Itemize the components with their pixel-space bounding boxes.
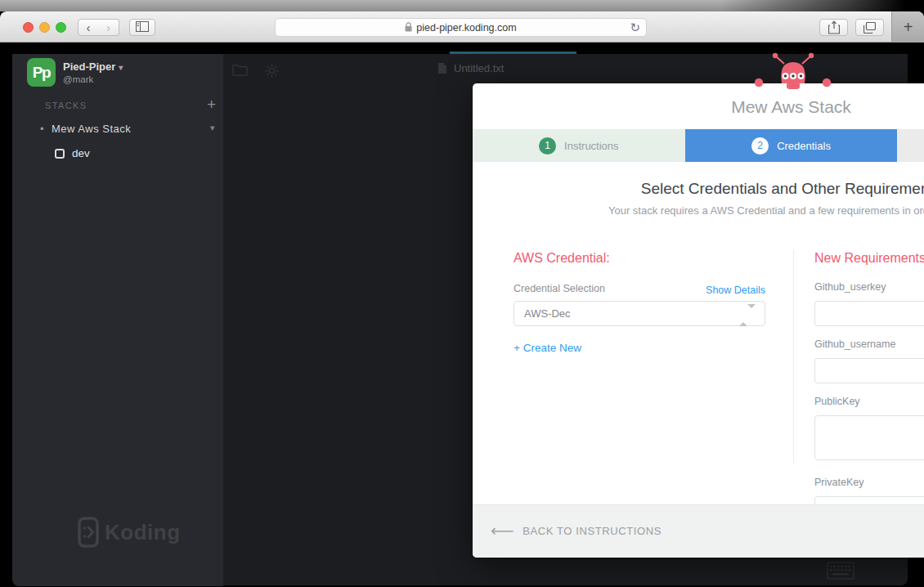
github-userkey-input[interactable] [814,301,924,326]
tab-overview-icon [863,22,876,34]
sidebar-toggle-button[interactable] [129,19,155,36]
github-userkey-label: Github_userkey [814,281,886,293]
new-requirements-section-title: New Requirements: [814,251,924,266]
team-avatar[interactable]: Pp [27,58,56,87]
stack-menu-chevron-icon[interactable]: ▾ [210,123,215,133]
github-username-input[interactable] [814,358,924,383]
publickey-label: PublicKey [814,396,860,407]
github-username-label: Github_username [814,338,895,350]
koding-app: Pp Pied-Piper▾ @mark STACKS + • Mew Aws … [0,54,924,587]
page-subtitle: Your stack requires a AWS Credential and… [473,204,924,217]
step-1-label: Instructions [564,140,618,152]
vm-status-icon [55,149,65,159]
url-text: pied-piper.koding.com [416,22,516,34]
close-window-button[interactable] [23,22,34,33]
address-bar[interactable]: pied-piper.koding.com ↻ [275,18,647,37]
browser-toolbar: ‹ › pied-piper.koding.com ↻ [0,11,924,43]
left-arrow-icon: ⟵ [491,523,514,538]
wizard-steps: 1 Instructions 2 Credentials 3 Build Sta… [473,129,924,162]
machine-label: dev [72,147,90,159]
back-to-instructions-button[interactable]: ⟵ BACK TO INSTRUCTIONS [491,523,662,538]
credential-select-value: AWS-Dec [524,307,571,320]
stacks-section-header: STACKS [45,101,87,110]
step-1-badge: 1 [539,137,556,155]
koding-brand: Koding [78,517,181,548]
browser-window: ‹ › pied-piper.koding.com ↻ [0,11,924,587]
step-credentials[interactable]: 2 Credentials [685,129,898,162]
step-build-stack[interactable]: 3 Build Stack [897,129,924,162]
chevron-down-icon: ▾ [119,63,123,72]
tab-untitled[interactable]: Untitled.txt [437,62,504,74]
credential-select[interactable]: AWS-Dec [514,301,765,326]
share-icon [828,20,840,34]
credential-selection-label: Credential Selection [514,283,605,294]
step-2-label: Credentials [777,140,831,152]
aws-credential-section-title: AWS Credential: [514,251,610,266]
back-to-instructions-label: BACK TO INSTRUCTIONS [523,525,662,537]
modal-footer: ⟵ BACK TO INSTRUCTIONS BUILD STACK [473,504,924,558]
mac-menubar-strip [0,0,924,11]
select-spinner-icon [739,308,756,323]
folder-icon[interactable] [232,64,248,79]
forward-button[interactable]: › [98,19,119,36]
gear-icon[interactable] [265,64,279,81]
page-title: Select Credentials and Other Requirement… [473,180,924,198]
koding-logo-icon [78,517,99,548]
koding-bug-mascot [743,51,838,93]
publickey-textarea[interactable] [814,415,924,460]
create-new-credential-link[interactable]: + Create New [514,342,581,354]
user-handle: @mark [63,74,93,84]
show-details-link[interactable]: Show Details [674,285,765,296]
file-icon [437,62,447,74]
reload-icon[interactable]: ↻ [630,20,640,35]
stack-label: Mew Aws Stack [52,123,131,135]
add-stack-button[interactable]: + [207,96,216,114]
tab-label: Untitled.txt [454,62,504,74]
team-name-menu[interactable]: Pied-Piper▾ [63,60,123,73]
stack-wizard-modal: Mew Aws Stack 1 Instructions 2 Credentia… [473,83,924,558]
step-2-badge: 2 [751,137,769,155]
editor-area: Untitled.txt [223,54,908,585]
tls-lock-icon [405,20,412,35]
koding-brand-text: Koding [105,520,181,545]
zoom-window-button[interactable] [56,22,66,33]
share-button[interactable] [819,19,848,36]
step-instructions[interactable]: 1 Instructions [473,129,685,162]
privatekey-label: PrivateKey [814,477,863,488]
column-divider [793,249,794,464]
tab-overview-button[interactable] [855,19,884,36]
sidebar-toggle-icon [136,21,149,32]
new-tab-button[interactable]: + [891,11,924,43]
sidebar: Pp Pied-Piper▾ @mark STACKS + • Mew Aws … [12,54,223,586]
modal-title: Mew Aws Stack [473,97,924,117]
sidebar-item-stack[interactable]: • Mew Aws Stack ▾ [34,122,222,138]
active-tab-indicator [450,52,576,54]
keyboard-shortcuts-icon[interactable] [827,562,854,583]
screen: ‹ › pied-piper.koding.com ↻ [0,0,924,587]
back-button[interactable]: ‹ [78,19,99,36]
team-name-label: Pied-Piper [63,60,115,73]
stack-bullet-icon: • [40,123,44,135]
minimize-window-button[interactable] [39,22,50,33]
